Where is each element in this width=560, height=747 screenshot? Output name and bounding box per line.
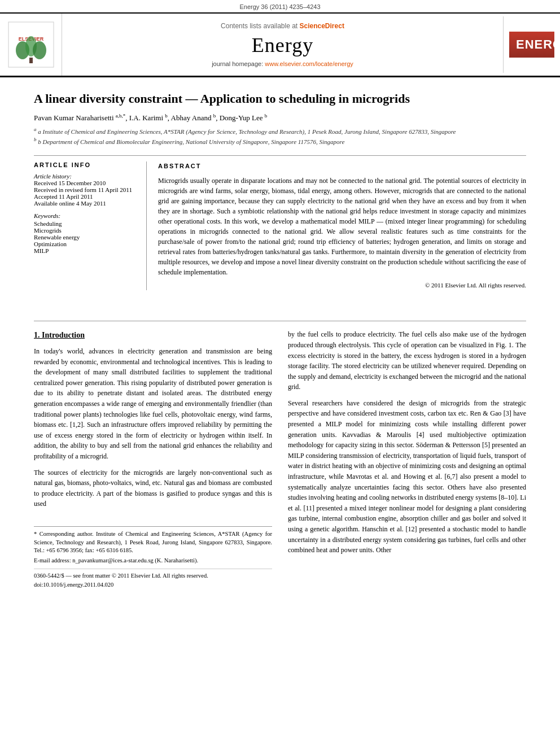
body-col2-para1: by the fuel cells to produce electricity… [288, 329, 526, 392]
revised-label: Received in revised form 11 April 2011 [34, 186, 137, 193]
accepted-date: Accepted 11 April 2011 [34, 193, 137, 200]
article-history: Article history: Received 15 December 20… [34, 173, 137, 207]
footer-info: 0360-5442/$ — see front matter © 2011 El… [34, 569, 272, 590]
keyword-2: Microgrids [34, 227, 137, 234]
article-info-title: ARTICLE INFO [34, 161, 137, 168]
footer-doi: doi:10.1016/j.energy.2011.04.020 [34, 580, 272, 589]
energy-logo: ENERGY [509, 32, 554, 58]
body-col-left: 1. Introduction In today's world, advanc… [34, 329, 272, 589]
keywords-list: Scheduling Microgrids Renewable energy O… [34, 220, 137, 254]
article-meta-section: ARTICLE INFO Article history: Received 1… [34, 155, 526, 290]
elsevier-logo-box: ELSEVIER [0, 14, 62, 76]
affiliations: a a Institute of Chemical and Engineerin… [34, 126, 526, 146]
journal-center: Contents lists available at ScienceDirec… [62, 16, 504, 73]
body-divider [34, 321, 526, 321]
body-two-col: 1. Introduction In today's world, advanc… [34, 329, 526, 589]
keyword-4: Optimization [34, 241, 137, 247]
abstract-text: Microgrids usually operate in disparate … [158, 176, 526, 277]
journal-header: Energy 36 (2011) 4235–4243 ELSEVIER Cont… [0, 0, 560, 77]
available-date: Available online 4 May 2011 [34, 200, 137, 207]
page-wrapper: Energy 36 (2011) 4235–4243 ELSEVIER Cont… [0, 0, 560, 606]
paper-title: A linear diversity constraint — Applicat… [34, 91, 526, 107]
svg-point-4 [33, 41, 46, 59]
keyword-5: MILP [34, 247, 137, 254]
received-date: Received 15 December 2010 [34, 180, 137, 186]
main-body: 1. Introduction In today's world, advanc… [0, 321, 560, 606]
intro-para2: The sources of electricity for the micro… [34, 468, 272, 509]
intro-para1: In today's world, advances in electricit… [34, 346, 272, 462]
footnote-area: * Corresponding author. Institute of Che… [34, 526, 272, 589]
body-col2-para2: Several researchers have considered the … [288, 398, 526, 556]
svg-rect-5 [29, 58, 33, 63]
abstract-title: ABSTRACT [158, 161, 526, 171]
sciencedirect-line: Contents lists available at ScienceDirec… [73, 22, 492, 30]
journal-title: Energy [73, 33, 492, 57]
journal-logo-box: ENERGY [504, 14, 560, 76]
journal-homepage: journal homepage: www.elsevier.com/locat… [73, 60, 492, 67]
authors-line: Pavan Kumar Naraharisetti a,b,*, I.A. Ka… [34, 113, 526, 123]
abstract-col: ABSTRACT Microgrids usually operate in d… [158, 161, 526, 290]
copyright-line: © 2011 Elsevier Ltd. All rights reserved… [158, 281, 526, 290]
footer-issn: 0360-5442/$ — see front matter © 2011 El… [34, 571, 272, 580]
history-label: Article history: [34, 173, 137, 180]
paper-content: A linear diversity constraint — Applicat… [0, 77, 560, 313]
article-info-col: ARTICLE INFO Article history: Received 1… [34, 161, 147, 290]
journal-ref-line: Energy 36 (2011) 4235–4243 [0, 3, 560, 10]
sciencedirect-link[interactable]: ScienceDirect [300, 22, 344, 30]
keywords-label: Keywords: [34, 212, 137, 219]
affiliation-b: b b Department of Chemical and Biomolecu… [34, 138, 344, 145]
journal-homepage-link[interactable]: www.elsevier.com/locate/energy [265, 60, 353, 67]
footnote-email: E-mail address: n_pavankumar@ices.a-star… [34, 557, 272, 565]
keywords-section: Keywords: Scheduling Microgrids Renewabl… [34, 212, 137, 254]
body-col-right: by the fuel cells to produce electricity… [288, 329, 526, 589]
section1-title: 1. Introduction [34, 329, 272, 342]
keyword-3: Renewable energy [34, 234, 137, 241]
affiliation-a: a a Institute of Chemical and Engineerin… [34, 128, 456, 135]
keyword-1: Scheduling [34, 220, 137, 227]
footnote-star: * Corresponding author. Institute of Che… [34, 530, 272, 555]
